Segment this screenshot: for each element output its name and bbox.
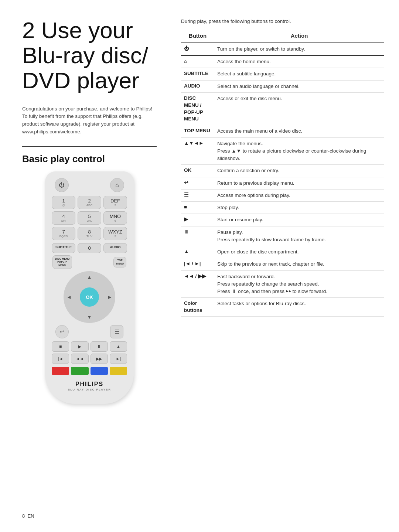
top-menu-button[interactable]: TOPMENU <box>113 257 126 267</box>
fast-forward-button[interactable]: ▶▶ <box>91 354 108 364</box>
button-cell: Color buttons <box>181 298 214 317</box>
button-cell: ☰ <box>181 189 214 201</box>
action-column-header: Action <box>214 30 384 43</box>
table-row: ■Stop play. <box>181 202 384 214</box>
table-row: ▶Start or resume play. <box>181 214 384 226</box>
table-row: ⏻Turn on the player, or switch to standb… <box>181 43 384 55</box>
action-cell: Confirm a selection or entry. <box>214 165 384 177</box>
table-row: ▲▼◄►Navigate the menus. Press ▲▼ to rota… <box>181 137 384 165</box>
action-cell: Pause play. Press repeatedly to slow for… <box>214 226 384 246</box>
chapter-number: 2 <box>22 17 35 43</box>
action-cell: Access or exit the disc menu. <box>214 92 384 125</box>
action-cell: Access more options during play. <box>214 189 384 201</box>
table-row: ◄◄ / ▶▶Fast backward or forward. Press r… <box>181 270 384 298</box>
num-2-button[interactable]: 2ABC <box>78 196 101 209</box>
table-row: ⏸Pause play. Press repeatedly to slow fo… <box>181 226 384 246</box>
back-options-row: ↩ ☰ <box>52 325 127 338</box>
action-cell: Skip to the previous or next track, chap… <box>214 258 384 270</box>
right-column: During play, press the following buttons… <box>170 0 399 532</box>
num-6-button[interactable]: MNO6 <box>103 211 127 225</box>
remote-top-row: ⏻ ⌂ <box>52 178 127 192</box>
back-button[interactable]: ↩ <box>55 325 69 338</box>
blue-button[interactable] <box>91 367 108 375</box>
power-button[interactable]: ⏻ <box>55 178 69 192</box>
pause-button[interactable]: ⏸ <box>91 341 108 352</box>
nav-right-button[interactable]: ► <box>107 294 112 300</box>
page-lang: EN <box>27 513 34 519</box>
action-cell: Access the main menu of a video disc. <box>214 125 384 137</box>
num-9-button[interactable]: WXYZ9 <box>103 227 127 240</box>
button-column-header: Button <box>181 30 214 43</box>
nav-left-button[interactable]: ◄ <box>66 294 72 300</box>
green-button[interactable] <box>71 367 88 375</box>
chapter-heading: Use your Blu-ray disc/ DVD player <box>22 17 148 93</box>
table-row: DISC MENU / POP-UP MENUAccess or exit th… <box>181 92 384 125</box>
table-row: |◄ / ►|Skip to the previous or next trac… <box>181 258 384 270</box>
transport-row: ■ ▶ ⏸ ▲ <box>52 341 127 352</box>
action-cell: Open or close the disc compartment. <box>214 246 384 258</box>
options-button[interactable]: ☰ <box>110 325 123 338</box>
philips-logo: PHILIPS BLU-RAY DISC PLAYER <box>52 381 127 391</box>
nav-up-button[interactable]: ▲ <box>87 274 92 280</box>
eject-button[interactable]: ▲ <box>110 341 127 352</box>
page-number: 8 <box>22 513 25 519</box>
button-cell: ↩ <box>181 177 214 189</box>
button-cell: DISC MENU / POP-UP MENU <box>181 92 214 125</box>
action-cell: Turn on the player, or switch to standby… <box>214 43 384 55</box>
disc-menu-button[interactable]: DISC MENUPOP-UPMENU <box>52 255 72 269</box>
action-cell: Select tasks or options for Blu-ray disc… <box>214 298 384 317</box>
button-cell: |◄ / ►| <box>181 258 214 270</box>
play-button[interactable]: ▶ <box>71 341 88 352</box>
button-cell: ▲ <box>181 246 214 258</box>
section-divider <box>22 146 157 147</box>
table-row: AUDIOSelect an audio language or channel… <box>181 80 384 92</box>
basic-play-title: Basic play control <box>22 153 157 165</box>
next-track-button[interactable]: ►| <box>110 354 127 364</box>
table-row: OKConfirm a selection or entry. <box>181 165 384 177</box>
philips-product-type: BLU-RAY DISC PLAYER <box>52 388 127 391</box>
home-button[interactable]: ⌂ <box>110 178 124 192</box>
color-row <box>52 367 127 375</box>
action-cell: Navigate the menus. Press ▲▼ to rotate a… <box>214 137 384 165</box>
disc-menu-row: DISC MENUPOP-UPMENU TOPMENU <box>52 255 127 269</box>
num-3-button[interactable]: DEF3 <box>103 196 127 209</box>
action-cell: Select an audio language or channel. <box>214 80 384 92</box>
button-cell: ▲▼◄► <box>181 137 214 165</box>
ok-button[interactable]: OK <box>80 287 99 307</box>
rewind-button[interactable]: ◄◄ <box>71 354 88 364</box>
controls-table: Button Action ⏻Turn on the player, or sw… <box>181 30 384 317</box>
chapter-title: 2 Use your Blu-ray disc/ DVD player <box>22 18 157 93</box>
table-header-row: Button Action <box>181 30 384 43</box>
table-row: ⌂Access the home menu. <box>181 55 384 68</box>
right-intro-text: During play, press the following buttons… <box>181 18 384 25</box>
num-0-button[interactable]: 0 <box>78 243 101 253</box>
action-cell: Stop play. <box>214 202 384 214</box>
button-cell: TOP MENU <box>181 125 214 137</box>
philips-brand: PHILIPS <box>52 381 127 388</box>
action-cell: Access the home menu. <box>214 55 384 68</box>
button-cell: ⏻ <box>181 43 214 55</box>
button-cell: ▶ <box>181 214 214 226</box>
stop-button[interactable]: ■ <box>52 341 69 352</box>
num-1-button[interactable]: 1@ <box>52 196 75 209</box>
num-8-button[interactable]: 8TUV <box>78 227 101 240</box>
table-row: SUBTITLESelect a subtitle language. <box>181 68 384 80</box>
action-cell: Select a subtitle language. <box>214 68 384 80</box>
nav-down-button[interactable]: ▼ <box>87 314 92 320</box>
numpad: 1@ 2ABC DEF3 4GHI 5JKL MNO6 7PQRS 8TUV W… <box>52 196 127 240</box>
button-cell: ⏸ <box>181 226 214 246</box>
yellow-button[interactable] <box>110 367 127 375</box>
prev-track-button[interactable]: |◄ <box>52 354 69 364</box>
table-row: Color buttonsSelect tasks or options for… <box>181 298 384 317</box>
button-cell: ⌂ <box>181 55 214 68</box>
subtitle-button[interactable]: SUBTITLE <box>52 243 75 253</box>
button-cell: AUDIO <box>181 80 214 92</box>
num-5-button[interactable]: 5JKL <box>78 211 101 225</box>
red-button[interactable] <box>52 367 69 375</box>
skip-row: |◄ ◄◄ ▶▶ ►| <box>52 354 127 364</box>
table-row: ▲Open or close the disc compartment. <box>181 246 384 258</box>
num-4-button[interactable]: 4GHI <box>52 211 75 225</box>
num-7-button[interactable]: 7PQRS <box>52 227 75 240</box>
table-row: ↩Return to a previous display menu. <box>181 177 384 189</box>
audio-button[interactable]: AUDIO <box>103 243 127 253</box>
